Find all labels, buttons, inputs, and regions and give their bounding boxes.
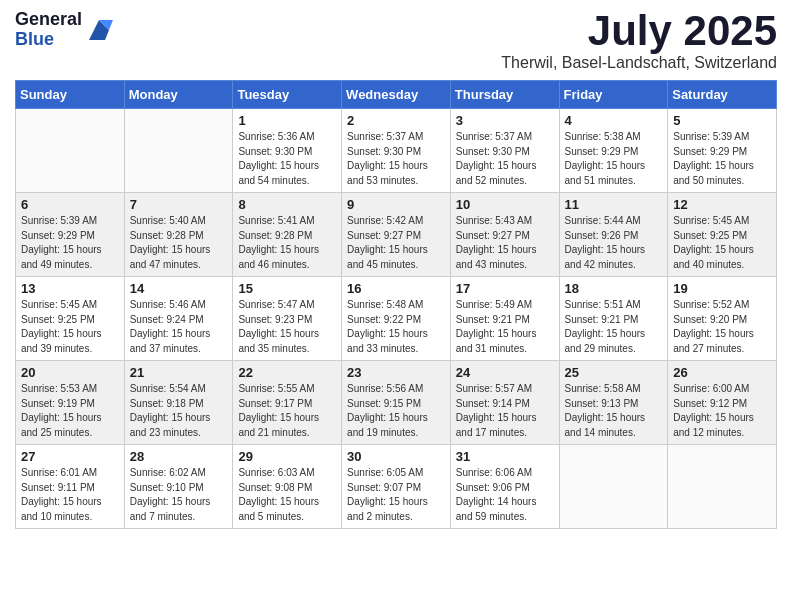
day-number: 23 xyxy=(347,365,445,380)
title-section: July 2025 Therwil, Basel-Landschaft, Swi… xyxy=(501,10,777,72)
calendar-cell: 21Sunrise: 5:54 AMSunset: 9:18 PMDayligh… xyxy=(124,361,233,445)
day-info: Sunrise: 5:56 AMSunset: 9:15 PMDaylight:… xyxy=(347,382,445,440)
calendar-cell xyxy=(16,109,125,193)
calendar-cell: 27Sunrise: 6:01 AMSunset: 9:11 PMDayligh… xyxy=(16,445,125,529)
weekday-header-row: SundayMondayTuesdayWednesdayThursdayFrid… xyxy=(16,81,777,109)
calendar-cell xyxy=(668,445,777,529)
calendar-cell: 4Sunrise: 5:38 AMSunset: 9:29 PMDaylight… xyxy=(559,109,668,193)
weekday-monday: Monday xyxy=(124,81,233,109)
day-number: 9 xyxy=(347,197,445,212)
day-number: 29 xyxy=(238,449,336,464)
calendar-cell: 24Sunrise: 5:57 AMSunset: 9:14 PMDayligh… xyxy=(450,361,559,445)
week-row-4: 20Sunrise: 5:53 AMSunset: 9:19 PMDayligh… xyxy=(16,361,777,445)
calendar-cell: 16Sunrise: 5:48 AMSunset: 9:22 PMDayligh… xyxy=(342,277,451,361)
day-number: 25 xyxy=(565,365,663,380)
calendar-cell: 5Sunrise: 5:39 AMSunset: 9:29 PMDaylight… xyxy=(668,109,777,193)
logo-blue: Blue xyxy=(15,30,82,50)
day-number: 1 xyxy=(238,113,336,128)
calendar-cell: 26Sunrise: 6:00 AMSunset: 9:12 PMDayligh… xyxy=(668,361,777,445)
day-number: 26 xyxy=(673,365,771,380)
calendar-cell: 19Sunrise: 5:52 AMSunset: 9:20 PMDayligh… xyxy=(668,277,777,361)
calendar-cell: 22Sunrise: 5:55 AMSunset: 9:17 PMDayligh… xyxy=(233,361,342,445)
day-info: Sunrise: 5:48 AMSunset: 9:22 PMDaylight:… xyxy=(347,298,445,356)
day-number: 30 xyxy=(347,449,445,464)
day-number: 16 xyxy=(347,281,445,296)
calendar-cell xyxy=(559,445,668,529)
day-info: Sunrise: 5:45 AMSunset: 9:25 PMDaylight:… xyxy=(21,298,119,356)
logo-text: General Blue xyxy=(15,10,82,50)
day-number: 17 xyxy=(456,281,554,296)
calendar: SundayMondayTuesdayWednesdayThursdayFrid… xyxy=(15,80,777,529)
calendar-cell: 31Sunrise: 6:06 AMSunset: 9:06 PMDayligh… xyxy=(450,445,559,529)
day-info: Sunrise: 5:45 AMSunset: 9:25 PMDaylight:… xyxy=(673,214,771,272)
day-info: Sunrise: 5:37 AMSunset: 9:30 PMDaylight:… xyxy=(347,130,445,188)
weekday-wednesday: Wednesday xyxy=(342,81,451,109)
calendar-cell: 15Sunrise: 5:47 AMSunset: 9:23 PMDayligh… xyxy=(233,277,342,361)
location: Therwil, Basel-Landschaft, Switzerland xyxy=(501,54,777,72)
calendar-cell: 13Sunrise: 5:45 AMSunset: 9:25 PMDayligh… xyxy=(16,277,125,361)
weekday-saturday: Saturday xyxy=(668,81,777,109)
day-info: Sunrise: 5:57 AMSunset: 9:14 PMDaylight:… xyxy=(456,382,554,440)
day-info: Sunrise: 5:55 AMSunset: 9:17 PMDaylight:… xyxy=(238,382,336,440)
weekday-friday: Friday xyxy=(559,81,668,109)
day-number: 15 xyxy=(238,281,336,296)
header: General Blue July 2025 Therwil, Basel-La… xyxy=(15,10,777,72)
calendar-cell: 7Sunrise: 5:40 AMSunset: 9:28 PMDaylight… xyxy=(124,193,233,277)
day-number: 11 xyxy=(565,197,663,212)
calendar-cell: 23Sunrise: 5:56 AMSunset: 9:15 PMDayligh… xyxy=(342,361,451,445)
calendar-cell: 29Sunrise: 6:03 AMSunset: 9:08 PMDayligh… xyxy=(233,445,342,529)
calendar-cell: 17Sunrise: 5:49 AMSunset: 9:21 PMDayligh… xyxy=(450,277,559,361)
weekday-tuesday: Tuesday xyxy=(233,81,342,109)
calendar-cell: 30Sunrise: 6:05 AMSunset: 9:07 PMDayligh… xyxy=(342,445,451,529)
calendar-cell: 25Sunrise: 5:58 AMSunset: 9:13 PMDayligh… xyxy=(559,361,668,445)
logo-general: General xyxy=(15,10,82,30)
day-info: Sunrise: 5:38 AMSunset: 9:29 PMDaylight:… xyxy=(565,130,663,188)
day-info: Sunrise: 5:39 AMSunset: 9:29 PMDaylight:… xyxy=(21,214,119,272)
day-info: Sunrise: 6:05 AMSunset: 9:07 PMDaylight:… xyxy=(347,466,445,524)
calendar-cell: 10Sunrise: 5:43 AMSunset: 9:27 PMDayligh… xyxy=(450,193,559,277)
week-row-2: 6Sunrise: 5:39 AMSunset: 9:29 PMDaylight… xyxy=(16,193,777,277)
day-number: 8 xyxy=(238,197,336,212)
day-number: 27 xyxy=(21,449,119,464)
day-info: Sunrise: 5:42 AMSunset: 9:27 PMDaylight:… xyxy=(347,214,445,272)
calendar-cell: 9Sunrise: 5:42 AMSunset: 9:27 PMDaylight… xyxy=(342,193,451,277)
day-number: 18 xyxy=(565,281,663,296)
day-number: 6 xyxy=(21,197,119,212)
calendar-cell: 8Sunrise: 5:41 AMSunset: 9:28 PMDaylight… xyxy=(233,193,342,277)
week-row-1: 1Sunrise: 5:36 AMSunset: 9:30 PMDaylight… xyxy=(16,109,777,193)
day-info: Sunrise: 5:36 AMSunset: 9:30 PMDaylight:… xyxy=(238,130,336,188)
calendar-cell: 11Sunrise: 5:44 AMSunset: 9:26 PMDayligh… xyxy=(559,193,668,277)
calendar-cell: 18Sunrise: 5:51 AMSunset: 9:21 PMDayligh… xyxy=(559,277,668,361)
day-info: Sunrise: 5:44 AMSunset: 9:26 PMDaylight:… xyxy=(565,214,663,272)
calendar-cell: 28Sunrise: 6:02 AMSunset: 9:10 PMDayligh… xyxy=(124,445,233,529)
calendar-cell: 12Sunrise: 5:45 AMSunset: 9:25 PMDayligh… xyxy=(668,193,777,277)
day-number: 10 xyxy=(456,197,554,212)
day-info: Sunrise: 5:39 AMSunset: 9:29 PMDaylight:… xyxy=(673,130,771,188)
day-info: Sunrise: 5:46 AMSunset: 9:24 PMDaylight:… xyxy=(130,298,228,356)
day-info: Sunrise: 5:47 AMSunset: 9:23 PMDaylight:… xyxy=(238,298,336,356)
day-number: 5 xyxy=(673,113,771,128)
day-number: 21 xyxy=(130,365,228,380)
page: General Blue July 2025 Therwil, Basel-La… xyxy=(0,0,792,544)
logo-icon xyxy=(85,16,113,44)
week-row-5: 27Sunrise: 6:01 AMSunset: 9:11 PMDayligh… xyxy=(16,445,777,529)
day-info: Sunrise: 6:00 AMSunset: 9:12 PMDaylight:… xyxy=(673,382,771,440)
day-number: 12 xyxy=(673,197,771,212)
week-row-3: 13Sunrise: 5:45 AMSunset: 9:25 PMDayligh… xyxy=(16,277,777,361)
day-info: Sunrise: 6:02 AMSunset: 9:10 PMDaylight:… xyxy=(130,466,228,524)
calendar-cell: 14Sunrise: 5:46 AMSunset: 9:24 PMDayligh… xyxy=(124,277,233,361)
day-info: Sunrise: 5:53 AMSunset: 9:19 PMDaylight:… xyxy=(21,382,119,440)
calendar-cell xyxy=(124,109,233,193)
month-title: July 2025 xyxy=(501,10,777,52)
day-info: Sunrise: 5:40 AMSunset: 9:28 PMDaylight:… xyxy=(130,214,228,272)
calendar-cell: 3Sunrise: 5:37 AMSunset: 9:30 PMDaylight… xyxy=(450,109,559,193)
day-info: Sunrise: 5:54 AMSunset: 9:18 PMDaylight:… xyxy=(130,382,228,440)
day-info: Sunrise: 5:43 AMSunset: 9:27 PMDaylight:… xyxy=(456,214,554,272)
day-number: 7 xyxy=(130,197,228,212)
weekday-sunday: Sunday xyxy=(16,81,125,109)
day-info: Sunrise: 6:06 AMSunset: 9:06 PMDaylight:… xyxy=(456,466,554,524)
day-number: 22 xyxy=(238,365,336,380)
day-number: 24 xyxy=(456,365,554,380)
day-number: 19 xyxy=(673,281,771,296)
day-number: 3 xyxy=(456,113,554,128)
